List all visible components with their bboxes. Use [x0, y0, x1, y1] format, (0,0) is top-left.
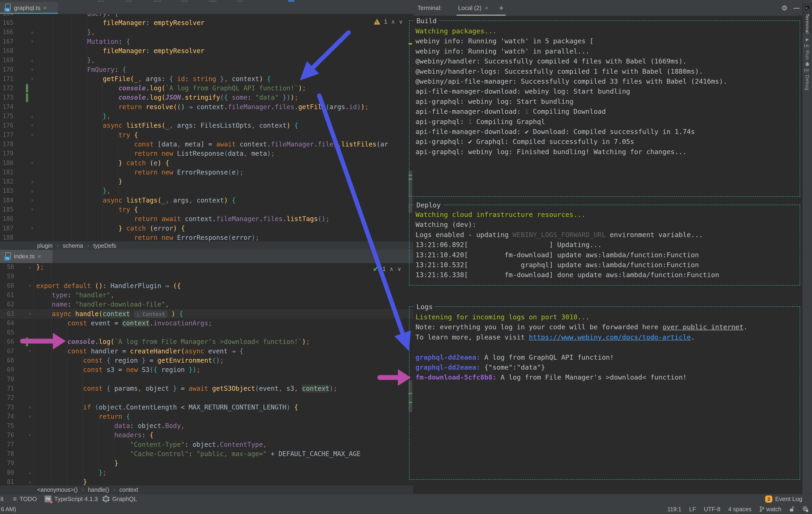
- breadcrumb-graphql-item[interactable]: schema: [63, 242, 83, 249]
- git-branch-widget[interactable]: watch: [759, 506, 781, 513]
- fold-toggle-icon[interactable]: ▿: [28, 412, 32, 421]
- code-line[interactable]: 72: [0, 393, 413, 402]
- fold-toggle-icon[interactable]: ▿: [31, 74, 34, 84]
- todo-toolbar-button[interactable]: ≡ TODO: [13, 494, 37, 504]
- toolstrip-terminal-button[interactable]: >_ Terminal: [803, 3, 812, 33]
- code-line[interactable]: 77 "Content-Type": object.ContentType,: [0, 440, 413, 449]
- breadcrumb-graphql-item[interactable]: plugin: [37, 242, 53, 249]
- code-line[interactable]: 168 fileManager: emptyResolver: [0, 46, 413, 56]
- fold-toggle-icon[interactable]: ▿: [31, 195, 34, 205]
- code-line[interactable]: 79 }: [0, 458, 413, 468]
- code-line[interactable]: 176▿ async listFiles(_, args: FilesListO…: [0, 121, 413, 130]
- tab-graphql-ts[interactable]: TS graphql.ts ×: [0, 2, 58, 14]
- typescript-toolbar-button[interactable]: TS TypeScript 4.1.3: [45, 494, 98, 504]
- minimize-icon[interactable]: —: [793, 4, 800, 11]
- code-line[interactable]: 67▿ const handler = createHandler(async …: [0, 346, 413, 356]
- close-icon[interactable]: ×: [485, 4, 488, 11]
- code-line[interactable]: 70: [0, 374, 413, 384]
- code-line[interactable]: 171▿ getFile(_, args: { id: string }, co…: [0, 74, 413, 84]
- breadcrumb-graphql-item[interactable]: typeDefs: [93, 242, 116, 249]
- code-line[interactable]: 183▵ },: [0, 186, 413, 195]
- line-ending[interactable]: LF: [689, 506, 696, 513]
- fold-toggle-icon[interactable]: ▿: [31, 130, 34, 140]
- code-line[interactable]: 166▵ },: [0, 27, 413, 37]
- code-line[interactable]: 69 const s3 = new S3({ region });: [0, 365, 413, 374]
- code-line[interactable]: 173 console.log(JSON.stringify({ some: "…: [0, 93, 413, 102]
- code-line[interactable]: 165 fileManager: emptyResolver: [0, 18, 413, 28]
- editor-index[interactable]: ✔ 1 ∧ ∨ 58▵};5960▿export default (): Han…: [0, 263, 413, 485]
- fold-toggle-icon[interactable]: ▿: [28, 402, 32, 412]
- code-line[interactable]: 74▿ return {: [0, 412, 413, 421]
- code-line[interactable]: 178 const [data, meta] = await context.f…: [0, 140, 413, 149]
- code-line[interactable]: 59: [0, 272, 413, 281]
- fold-toggle-icon[interactable]: ▵: [31, 177, 34, 186]
- code-line[interactable]: 58▵};: [0, 263, 413, 272]
- code-line[interactable]: 170▿ FmQuery: {: [0, 65, 413, 74]
- fold-toggle-icon[interactable]: ▵: [28, 468, 32, 477]
- fold-toggle-icon[interactable]: ▿: [28, 430, 32, 440]
- close-icon[interactable]: ×: [37, 253, 41, 260]
- highlighting-level-icon[interactable]: [802, 506, 809, 512]
- git-toolbar-button-clipped[interactable]: it: [0, 494, 3, 504]
- fold-toggle-icon[interactable]: ▵: [31, 27, 34, 37]
- unlock-icon[interactable]: [789, 506, 794, 512]
- fold-toggle-icon[interactable]: ▵: [31, 112, 34, 121]
- code-line[interactable]: 188 return new ErrorResponse(error);: [0, 233, 413, 241]
- code-line[interactable]: 78 "Cache-Control": "public, max-age=" +…: [0, 449, 413, 459]
- code-line[interactable]: 66 console.log(`A log from File Manager'…: [0, 337, 413, 346]
- code-line[interactable]: 164 Query: {: [0, 14, 413, 18]
- gear-icon[interactable]: ⚙: [781, 4, 788, 12]
- fold-toggle-icon[interactable]: ▿: [31, 158, 34, 168]
- code-line[interactable]: 60▿export default (): HandlerPlugin ⇒ ({: [0, 281, 413, 291]
- code-line[interactable]: 186 return await context.fileManager.fil…: [0, 214, 413, 223]
- terminal-tab-local[interactable]: Local (2) ×: [458, 0, 488, 16]
- toolstrip-run-button[interactable]: ▶ 4: Run: [803, 37, 812, 60]
- fold-toggle-icon[interactable]: ▵: [31, 186, 34, 195]
- fold-toggle-icon[interactable]: ▿: [31, 65, 34, 74]
- fold-toggle-icon[interactable]: ▵: [31, 55, 34, 65]
- toolstrip-debug-button[interactable]: 5: Debug: [803, 61, 812, 90]
- editor-graphql[interactable]: ! 1 ∧ ∨ 164 Query: {165 fileManager: emp…: [0, 14, 413, 241]
- graphql-toolbar-button[interactable]: GraphQL: [103, 494, 137, 504]
- fold-toggle-icon[interactable]: ▿: [31, 223, 34, 233]
- code-line[interactable]: 71 const { params, object } = await getS…: [0, 384, 413, 393]
- breadcrumb-index-item[interactable]: handle(): [88, 486, 109, 493]
- code-line[interactable]: 65: [0, 328, 413, 337]
- code-line[interactable]: 175▵ },: [0, 112, 413, 121]
- code-line[interactable]: 68 const { region } = getEnvironment();: [0, 356, 413, 365]
- indent-setting[interactable]: 4 spaces: [728, 506, 752, 513]
- code-line[interactable]: 177▿ try {: [0, 130, 413, 140]
- code-line[interactable]: 73▿ if (object.ContentLength < MAX_RETUR…: [0, 402, 413, 412]
- code-line[interactable]: 174 return resolve(() ⇒ context.fileMana…: [0, 102, 413, 112]
- breadcrumb-index-item[interactable]: context: [119, 486, 138, 493]
- fold-toggle-icon[interactable]: ▿: [28, 281, 32, 291]
- code-line[interactable]: 185▿ try {: [0, 205, 413, 214]
- code-line[interactable]: 167▿ Mutation: {: [0, 37, 413, 47]
- fold-toggle-icon[interactable]: ▿: [31, 205, 34, 214]
- code-line[interactable]: 80▵ };: [0, 468, 413, 477]
- code-line[interactable]: 169▵ },: [0, 55, 413, 65]
- fold-toggle-icon[interactable]: ▵: [28, 263, 32, 272]
- fold-toggle-icon[interactable]: ▿: [28, 309, 32, 319]
- fold-toggle-icon[interactable]: ▵: [28, 477, 32, 485]
- code-line[interactable]: 75 data: object.Body,: [0, 421, 413, 430]
- close-icon[interactable]: ×: [43, 4, 47, 11]
- code-line[interactable]: 62 name: "handler-download-file",: [0, 300, 413, 309]
- code-line[interactable]: 172 console.log(`A log from GraphQL API …: [0, 84, 413, 93]
- docs-link[interactable]: https://www.webiny.com/docs/todo-article: [529, 333, 691, 341]
- code-line[interactable]: 61 type: "handler",: [0, 291, 413, 300]
- code-line[interactable]: 64 const event = context.invocationArgs;: [0, 319, 413, 328]
- code-line[interactable]: 187▿ } catch (error) {: [0, 223, 413, 233]
- code-line[interactable]: 81▵ }: [0, 477, 413, 485]
- fold-toggle-icon[interactable]: ▿: [31, 37, 34, 47]
- fold-toggle-icon[interactable]: ▿: [28, 346, 32, 356]
- tab-index-ts[interactable]: TS index.ts ×: [0, 250, 52, 263]
- add-terminal-button[interactable]: +: [499, 3, 503, 12]
- breadcrumb-index-item[interactable]: <anonymous>(): [37, 486, 78, 493]
- caret-position[interactable]: 119:1: [667, 506, 682, 513]
- encoding[interactable]: UTF-8: [704, 506, 720, 513]
- code-line[interactable]: 76▿ headers: {: [0, 430, 413, 440]
- code-line[interactable]: 182▵ }: [0, 177, 413, 186]
- code-line[interactable]: 181 return new ErrorResponse(e);: [0, 168, 413, 177]
- code-line[interactable]: 63▿ async handle(context : Context ) {: [0, 309, 413, 319]
